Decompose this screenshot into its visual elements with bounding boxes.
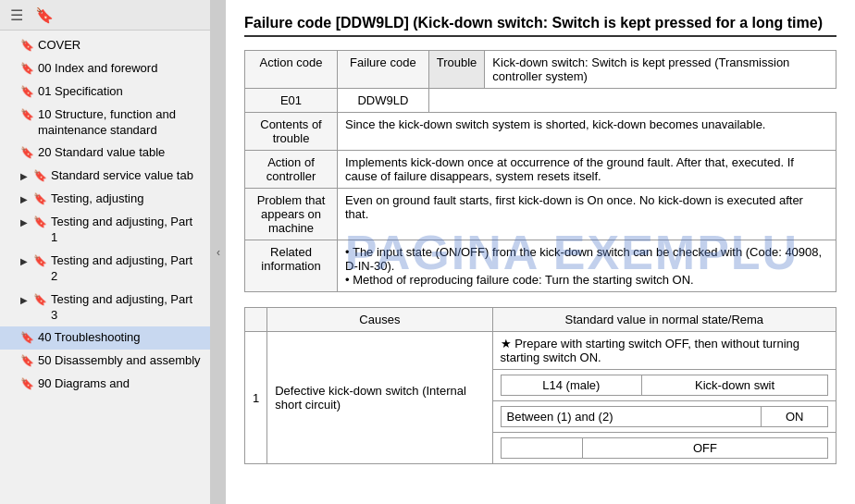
row-related-header: Related information	[245, 240, 338, 292]
row-contents-content: Since the kick-down switch system is sho…	[338, 113, 836, 151]
sidebar-item-label: COVER	[38, 38, 203, 54]
sidebar-item-label: Testing and adjusting, Part 2	[51, 253, 203, 285]
sidebar-item-testing-adj-1[interactable]: ▶🔖Testing and adjusting, Part 1	[0, 211, 210, 250]
bookmark-icon: 🔖	[33, 293, 47, 308]
sidebar-item-label: 20 Standard value table	[38, 145, 203, 161]
sidebar-item-20-standard[interactable]: 🔖20 Standard value table	[0, 141, 210, 165]
sidebar-item-00-index[interactable]: 🔖00 Index and foreword	[0, 57, 210, 80]
off-value: OFF	[582, 438, 827, 459]
row-problem-header: Problem that appears on machine	[245, 189, 338, 240]
expand-arrow-icon[interactable]: ▶	[20, 294, 30, 306]
sidebar: ☰ 🔖 🔖COVER🔖00 Index and foreword🔖01 Spec…	[0, 0, 211, 504]
info-table: Action code Failure code Trouble Kick-do…	[244, 50, 836, 292]
expand-arrow-icon[interactable]: ▶	[20, 170, 30, 182]
row-problem-content: Even on ground fault starts, first kick-…	[338, 189, 836, 240]
menu-icon[interactable]: ☰	[6, 4, 28, 26]
row-action-header: Action of controller	[245, 151, 338, 189]
sidebar-item-90-diagrams[interactable]: 🔖90 Diagrams and	[0, 373, 210, 396]
off-label	[501, 438, 582, 459]
row-action-content: Implements kick-down once at occurrence …	[338, 151, 836, 189]
bookmark-icon: 🔖	[20, 39, 34, 54]
trouble-desc-cell: Kick-down switch: Switch is kept pressed…	[485, 51, 836, 89]
col-trouble: Trouble	[428, 51, 485, 89]
sidebar-item-label: 50 Disassembly and assembly	[38, 353, 203, 369]
kickdown-header: Kick-down swit	[642, 375, 828, 396]
sidebar-item-label: 40 Troubleshooting	[38, 330, 203, 346]
bookmark-icon: 🔖	[20, 62, 34, 77]
causes-col-causes: Causes	[267, 308, 492, 332]
off-row: OFF	[492, 433, 836, 464]
action-code-value: E01	[245, 89, 338, 113]
bookmark-icon: 🔖	[20, 354, 34, 369]
between-row: Between (1) and (2) ON	[492, 401, 836, 433]
failure-code-value: DDW9LD	[338, 89, 429, 113]
cause-prep: ★ Prepare with starting switch OFF, then…	[492, 332, 836, 370]
between-label: Between (1) and (2)	[501, 407, 762, 427]
expand-arrow-icon[interactable]: ▶	[20, 216, 30, 228]
bookmark-icon: 🔖	[20, 146, 34, 161]
bookmark-icon: 🔖	[20, 108, 34, 123]
l14-male-header: L14 (male)	[501, 375, 642, 396]
causes-col-standard: Standard value in normal state/Rema	[492, 308, 836, 332]
expand-arrow-icon[interactable]: ▶	[20, 255, 30, 267]
sidebar-item-label: Testing and adjusting, Part 3	[51, 292, 203, 324]
col-failure-code: Failure code	[338, 51, 429, 89]
sidebar-item-label: 00 Index and foreword	[38, 61, 203, 77]
sidebar-item-testing1[interactable]: ▶🔖Testing, adjusting	[0, 188, 210, 211]
sidebar-item-label: Standard service value tab	[51, 168, 203, 184]
sidebar-item-testing-adj-2[interactable]: ▶🔖Testing and adjusting, Part 2	[0, 250, 210, 289]
bookmark-icon: 🔖	[20, 331, 34, 346]
sidebar-item-50-disassembly[interactable]: 🔖50 Disassembly and assembly	[0, 350, 210, 373]
sidebar-item-label: Testing, adjusting	[51, 191, 203, 207]
main-content: PAGINA EXEMPLU Failure code [DDW9LD] (Ki…	[226, 0, 855, 504]
sidebar-toolbar: ☰ 🔖	[0, 0, 210, 31]
on-value: ON	[762, 407, 828, 427]
causes-table: Causes Standard value in normal state/Re…	[244, 307, 836, 464]
expand-arrow-icon[interactable]: ▶	[20, 193, 30, 205]
table-row: 1 Defective kick-down switch (Internal s…	[245, 332, 836, 370]
sidebar-item-testing-adj-3[interactable]: ▶🔖Testing and adjusting, Part 3	[0, 289, 210, 327]
sub-header-row: L14 (male) Kick-down swit	[492, 370, 836, 401]
bookmark-icon: 🔖	[33, 215, 47, 230]
sidebar-item-cover[interactable]: 🔖COVER	[0, 34, 210, 57]
bookmark-icon: 🔖	[20, 377, 34, 392]
sidebar-collapse-button[interactable]: ‹	[211, 0, 226, 504]
sidebar-item-40-trouble[interactable]: 🔖40 Troubleshooting	[0, 326, 210, 350]
sidebar-item-10-structure[interactable]: 🔖10 Structure, function and maintenance …	[0, 104, 210, 142]
sidebar-nav: 🔖COVER🔖00 Index and foreword🔖01 Specific…	[0, 31, 210, 504]
bookmark-toolbar-icon[interactable]: 🔖	[33, 4, 56, 26]
causes-col-num	[245, 308, 267, 332]
sidebar-item-label: 10 Structure, function and maintenance s…	[38, 107, 203, 139]
col-action-code: Action code	[245, 51, 338, 89]
row-related-content: • The input state (ON/OFF) from the kick…	[338, 240, 836, 292]
sidebar-item-label: Testing and adjusting, Part 1	[51, 215, 203, 246]
cause-description: Defective kick-down switch (Internal sho…	[267, 332, 492, 464]
bookmark-icon: 🔖	[33, 192, 47, 207]
bookmark-icon: 🔖	[20, 85, 34, 100]
sidebar-item-label: 01 Specification	[38, 84, 203, 100]
cause-num: 1	[245, 332, 267, 464]
page-title: Failure code [DDW9LD] (Kick-down switch:…	[244, 15, 836, 37]
bookmark-icon: 🔖	[33, 254, 47, 269]
sidebar-item-std-service[interactable]: ▶🔖Standard service value tab	[0, 165, 210, 188]
sidebar-item-label: 90 Diagrams and	[38, 376, 203, 392]
sidebar-item-01-spec[interactable]: 🔖01 Specification	[0, 80, 210, 104]
bookmark-icon: 🔖	[33, 169, 47, 184]
row-contents-header: Contents of trouble	[245, 113, 338, 151]
